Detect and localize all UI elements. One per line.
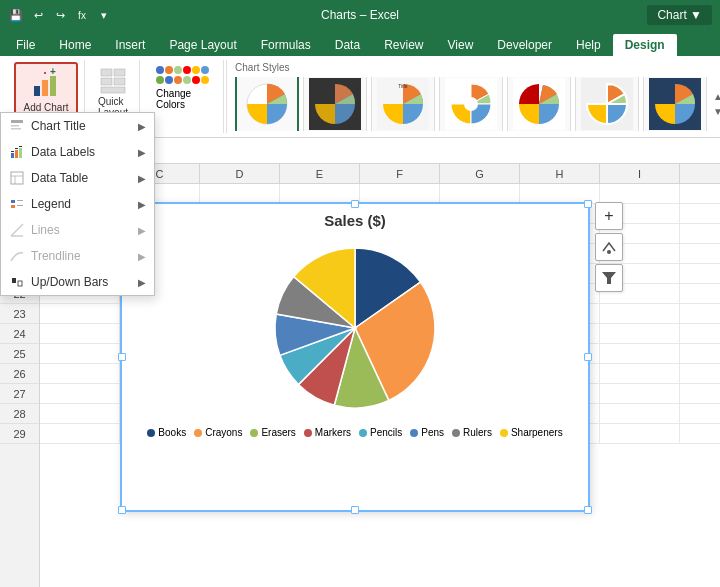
tab-page-layout[interactable]: Page Layout bbox=[157, 34, 248, 56]
legend-dot-erasers bbox=[250, 429, 258, 437]
legend-label-markers: Markers bbox=[315, 427, 351, 438]
svg-rect-30 bbox=[11, 172, 23, 184]
handle-bottom-left[interactable] bbox=[118, 506, 126, 514]
cell-E17[interactable] bbox=[280, 184, 360, 204]
cell-B24[interactable] bbox=[40, 324, 120, 344]
cell-B25[interactable] bbox=[40, 344, 120, 364]
tab-design[interactable]: Design bbox=[613, 34, 677, 56]
menu-chart-title[interactable]: Chart Title ▶ bbox=[1, 113, 154, 139]
cell-F17[interactable] bbox=[360, 184, 440, 204]
cell-I29[interactable] bbox=[600, 424, 680, 444]
cell-I25[interactable] bbox=[600, 344, 680, 364]
legend-icon bbox=[9, 196, 25, 212]
svg-rect-36 bbox=[17, 205, 23, 206]
tab-home[interactable]: Home bbox=[47, 34, 103, 56]
col-h-header[interactable]: H bbox=[520, 164, 600, 183]
chart-style-4[interactable] bbox=[439, 77, 503, 131]
data-table-arrow: ▶ bbox=[138, 173, 146, 184]
menu-data-labels[interactable]: Data Labels ▶ bbox=[1, 139, 154, 165]
svg-rect-28 bbox=[15, 148, 18, 149]
svg-rect-24 bbox=[11, 153, 14, 158]
cell-I26[interactable] bbox=[600, 364, 680, 384]
col-g-header[interactable]: G bbox=[440, 164, 520, 183]
app-title: Charts – Excel bbox=[321, 8, 399, 22]
chart-tools: + bbox=[595, 202, 623, 292]
legend-item-pencils: Pencils bbox=[359, 427, 402, 438]
tab-developer[interactable]: Developer bbox=[485, 34, 564, 56]
handle-middle-right[interactable] bbox=[584, 353, 592, 361]
handle-top-right[interactable] bbox=[584, 200, 592, 208]
menu-data-table-label: Data Table bbox=[31, 171, 88, 185]
cell-D17[interactable] bbox=[200, 184, 280, 204]
menu-data-table[interactable]: Data Table ▶ bbox=[1, 165, 154, 191]
menu-lines-label: Lines bbox=[31, 223, 60, 237]
menu-legend[interactable]: Legend ▶ bbox=[1, 191, 154, 217]
tab-help[interactable]: Help bbox=[564, 34, 613, 56]
chart-styles-tool-btn[interactable] bbox=[595, 233, 623, 261]
cell-I23[interactable] bbox=[600, 304, 680, 324]
title-bar: 💾 ↩ ↪ fx ▾ Charts – Excel Chart ▼ bbox=[0, 0, 720, 30]
handle-middle-left[interactable] bbox=[118, 353, 126, 361]
tab-data[interactable]: Data bbox=[323, 34, 372, 56]
cell-B26[interactable] bbox=[40, 364, 120, 384]
add-element-tool-btn[interactable]: + bbox=[595, 202, 623, 230]
legend-dot-rulers bbox=[452, 429, 460, 437]
handle-bottom-middle[interactable] bbox=[351, 506, 359, 514]
chart-container[interactable]: Sales ($) BooksCrayonsErasersMarkersPenc… bbox=[120, 202, 590, 512]
col-d-header[interactable]: D bbox=[200, 164, 280, 183]
menu-lines[interactable]: Lines ▶ bbox=[1, 217, 154, 243]
tab-review[interactable]: Review bbox=[372, 34, 435, 56]
styles-scroll-up[interactable]: ▲ bbox=[713, 91, 720, 102]
handle-bottom-right[interactable] bbox=[584, 506, 592, 514]
cell-I28[interactable] bbox=[600, 404, 680, 424]
cell-B27[interactable] bbox=[40, 384, 120, 404]
chart-tab[interactable]: Chart ▼ bbox=[647, 5, 712, 25]
chart-style-2[interactable] bbox=[303, 77, 367, 131]
tab-file[interactable]: File bbox=[4, 34, 47, 56]
save-icon[interactable]: 💾 bbox=[8, 7, 24, 23]
more-icon[interactable]: ▾ bbox=[96, 7, 112, 23]
menu-updown-bars-label: Up/Down Bars bbox=[31, 275, 108, 289]
svg-point-19 bbox=[607, 250, 611, 254]
cell-B29[interactable] bbox=[40, 424, 120, 444]
quick-layout-icon bbox=[99, 67, 127, 95]
legend-label-erasers: Erasers bbox=[261, 427, 295, 438]
svg-line-37 bbox=[11, 224, 23, 236]
redo-icon[interactable]: ↪ bbox=[52, 7, 68, 23]
chart-style-6[interactable] bbox=[575, 77, 639, 131]
legend-item-rulers: Rulers bbox=[452, 427, 492, 438]
change-colors-button[interactable]: Change Colors bbox=[148, 62, 217, 114]
dropdown-menu: Chart Title ▶ Data Labels ▶ Data Table ▶… bbox=[0, 112, 155, 296]
cell-B23[interactable] bbox=[40, 304, 120, 324]
tab-formulas[interactable]: Formulas bbox=[249, 34, 323, 56]
tab-insert[interactable]: Insert bbox=[103, 34, 157, 56]
svg-rect-22 bbox=[11, 125, 19, 127]
col-e-header[interactable]: E bbox=[280, 164, 360, 183]
chart-style-1[interactable] bbox=[235, 77, 299, 131]
chart-style-7[interactable] bbox=[643, 77, 707, 131]
cell-B28[interactable] bbox=[40, 404, 120, 424]
cell-I27[interactable] bbox=[600, 384, 680, 404]
cell-I17[interactable] bbox=[600, 184, 680, 204]
menu-updown-bars[interactable]: Up/Down Bars ▶ bbox=[1, 269, 154, 295]
undo-icon[interactable]: ↩ bbox=[30, 7, 46, 23]
chart-style-3[interactable]: Title bbox=[371, 77, 435, 131]
svg-rect-40 bbox=[18, 281, 22, 286]
svg-rect-8 bbox=[114, 78, 125, 85]
row-24: 24 bbox=[0, 324, 39, 344]
col-i-header[interactable]: I bbox=[600, 164, 680, 183]
col-f-header[interactable]: F bbox=[360, 164, 440, 183]
svg-rect-26 bbox=[19, 148, 22, 158]
cell-G17[interactable] bbox=[440, 184, 520, 204]
chart-filter-tool-btn[interactable] bbox=[595, 264, 623, 292]
legend-label-books: Books bbox=[158, 427, 186, 438]
menu-trendline[interactable]: Trendline ▶ bbox=[1, 243, 154, 269]
tab-view[interactable]: View bbox=[436, 34, 486, 56]
legend-dot-markers bbox=[304, 429, 312, 437]
formula-input[interactable] bbox=[147, 141, 716, 161]
chart-style-5[interactable] bbox=[507, 77, 571, 131]
row-26: 26 bbox=[0, 364, 39, 384]
styles-scroll-down[interactable]: ▼ bbox=[713, 106, 720, 117]
handle-top-middle[interactable] bbox=[351, 200, 359, 208]
cell-I24[interactable] bbox=[600, 324, 680, 344]
